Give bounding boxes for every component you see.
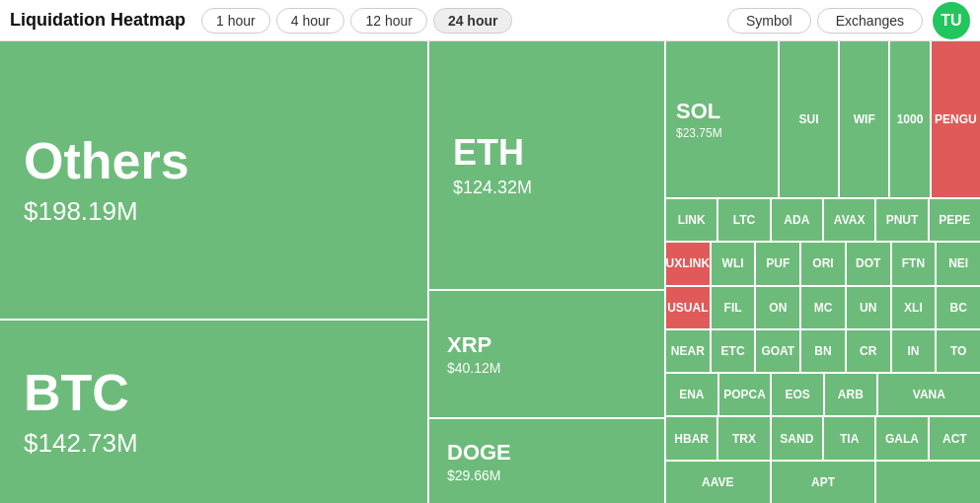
cell-to[interactable]: TO xyxy=(937,330,980,372)
col-left: Others $198.19M BTC $142.73M xyxy=(0,41,429,503)
cell-nei[interactable]: NEI xyxy=(937,243,980,284)
tu-logo: TU xyxy=(933,2,970,39)
cell-sui[interactable]: SUI xyxy=(780,41,840,197)
cell-etc[interactable]: ETC xyxy=(712,330,757,372)
cell-tia[interactable]: TIA xyxy=(824,417,876,459)
grid-row-1: LINK LTC ADA AVAX PNUT PEPE xyxy=(666,199,980,243)
cell-ftn[interactable]: FTN xyxy=(892,243,938,284)
heatmap: Others $198.19M BTC $142.73M ETH $124.32… xyxy=(0,41,980,503)
cell-ada[interactable]: ADA xyxy=(772,199,824,241)
doge-label: DOGE xyxy=(447,440,646,466)
cell-in[interactable]: IN xyxy=(892,330,938,372)
cell-arb[interactable]: ARB xyxy=(825,374,878,415)
cell-trx[interactable]: TRX xyxy=(718,417,771,459)
eth-label: ETH xyxy=(453,132,641,174)
cell-ena[interactable]: ENA xyxy=(666,374,719,415)
cell-pengu[interactable]: PENGU xyxy=(932,41,980,197)
exchanges-button[interactable]: Exchanges xyxy=(817,8,923,34)
cell-ori[interactable]: ORI xyxy=(801,243,847,284)
time-btn-1h[interactable]: 1 hour xyxy=(201,8,270,34)
right-section: SOL $23.75M SUI WIF 1000 PENGU LINK LTC … xyxy=(666,41,980,503)
sol-label: SOL xyxy=(676,99,768,124)
cell-empty1 xyxy=(876,462,980,503)
others-value: $198.19M xyxy=(24,196,404,227)
cell-others[interactable]: Others $198.19M xyxy=(0,41,429,321)
cell-usual[interactable]: USUAL xyxy=(666,287,712,328)
cell-wli[interactable]: WLI xyxy=(712,243,757,284)
top-band: SOL $23.75M SUI WIF 1000 PENGU xyxy=(666,41,980,199)
cell-near[interactable]: NEAR xyxy=(666,330,712,372)
cell-popca[interactable]: POPCA xyxy=(719,374,773,415)
wif-name: WIF xyxy=(854,112,875,126)
grid-row-4: NEAR ETC GOAT BN CR IN TO xyxy=(666,330,980,374)
cell-eth[interactable]: ETH $124.32M xyxy=(429,41,666,291)
grid-section: LINK LTC ADA AVAX PNUT PEPE UXLINK WLI P… xyxy=(666,199,980,503)
cell-on[interactable]: ON xyxy=(756,287,801,328)
symbol-button[interactable]: Symbol xyxy=(727,8,811,34)
header: Liquidation Heatmap 1 hour 4 hour 12 hou… xyxy=(0,0,980,41)
cell-doge[interactable]: DOGE $29.66M xyxy=(429,419,666,503)
cell-eos[interactable]: EOS xyxy=(772,374,825,415)
cell-btc[interactable]: BTC $142.73M xyxy=(0,321,429,503)
grid-row-6: HBAR TRX SAND TIA GALA ACT xyxy=(666,417,980,461)
1000-name: 1000 xyxy=(897,112,924,126)
cell-vana[interactable]: VANA xyxy=(878,374,980,415)
col-mid: ETH $124.32M XRP $40.12M DOGE $29.66M xyxy=(429,41,666,503)
btc-value: $142.73M xyxy=(24,428,404,459)
cell-aave[interactable]: AAVE xyxy=(666,462,772,503)
cell-act[interactable]: ACT xyxy=(930,417,980,459)
xrp-label: XRP xyxy=(447,332,646,358)
grid-row-7: AAVE APT xyxy=(666,462,980,503)
cell-un[interactable]: UN xyxy=(847,287,892,328)
cell-apt[interactable]: APT xyxy=(772,462,877,503)
sol-value: $23.75M xyxy=(676,126,768,140)
cell-sol[interactable]: SOL $23.75M xyxy=(666,41,780,197)
cell-gala[interactable]: GALA xyxy=(876,417,929,459)
cell-xli[interactable]: XLI xyxy=(892,287,938,328)
cell-1000[interactable]: 1000 xyxy=(890,41,931,197)
cell-dot[interactable]: DOT xyxy=(847,243,892,284)
cell-wif[interactable]: WIF xyxy=(840,41,890,197)
cell-avax[interactable]: AVAX xyxy=(824,199,876,241)
cell-pepe[interactable]: PEPE xyxy=(930,199,980,241)
doge-value: $29.66M xyxy=(447,467,646,483)
xrp-value: $40.12M xyxy=(447,360,646,376)
cell-puf[interactable]: PUF xyxy=(756,243,801,284)
others-label: Others xyxy=(24,133,404,189)
grid-row-5: ENA POPCA EOS ARB VANA xyxy=(666,374,980,417)
cell-bn[interactable]: BN xyxy=(801,330,847,372)
grid-row-3: USUAL FIL ON MC UN XLI BC xyxy=(666,287,980,330)
cell-uxlink[interactable]: UXLINK xyxy=(666,243,712,284)
cell-goat[interactable]: GOAT xyxy=(756,330,801,372)
time-btn-4h[interactable]: 4 hour xyxy=(276,8,345,34)
cell-mc[interactable]: MC xyxy=(801,287,847,328)
cell-sand[interactable]: SAND xyxy=(772,417,824,459)
grid-row-2: UXLINK WLI PUF ORI DOT FTN NEI xyxy=(666,243,980,286)
cell-fil[interactable]: FIL xyxy=(712,287,757,328)
cell-xrp[interactable]: XRP $40.12M xyxy=(429,291,666,419)
cell-pnut[interactable]: PNUT xyxy=(876,199,929,241)
cell-bc[interactable]: BC xyxy=(937,287,980,328)
btc-label: BTC xyxy=(24,365,404,421)
cell-link[interactable]: LINK xyxy=(666,199,718,241)
time-btn-24h[interactable]: 24 hour xyxy=(433,8,513,34)
pengu-name: PENGU xyxy=(935,112,977,126)
cell-cr[interactable]: CR xyxy=(847,330,892,372)
cell-hbar[interactable]: HBAR xyxy=(666,417,718,459)
eth-value: $124.32M xyxy=(453,178,641,198)
time-btn-12h[interactable]: 12 hour xyxy=(350,8,426,34)
sui-name: SUI xyxy=(799,112,819,126)
app-title: Liquidation Heatmap xyxy=(10,10,186,31)
cell-ltc[interactable]: LTC xyxy=(718,199,771,241)
